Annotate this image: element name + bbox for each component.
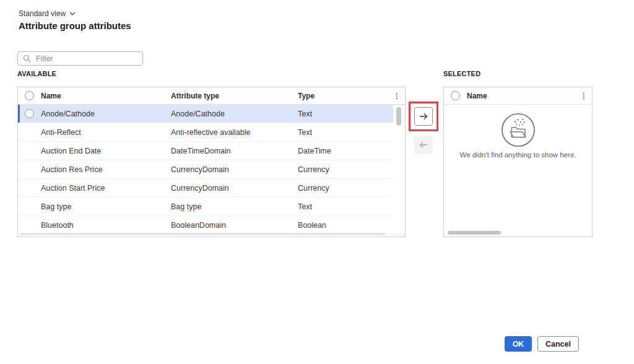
select-all-radio[interactable] <box>18 91 41 100</box>
cell-type: Text <box>298 128 405 137</box>
horizontal-scrollbar-thumb[interactable] <box>448 231 501 235</box>
radio-icon <box>451 91 460 100</box>
left-arrow-icon <box>419 140 428 150</box>
selected-label: SELECTED <box>443 70 480 77</box>
vertical-scrollbar-thumb[interactable] <box>396 107 401 126</box>
move-left-button[interactable] <box>414 136 433 154</box>
column-header-attribute-type[interactable]: Attribute type <box>171 92 298 100</box>
ok-button[interactable]: OK <box>505 336 532 352</box>
view-selector[interactable]: Standard view <box>19 9 76 18</box>
column-header-type[interactable]: Type <box>298 92 389 100</box>
column-header-name[interactable]: Name <box>41 92 171 100</box>
cell-name: Bluetooth <box>41 221 171 230</box>
cell-type: Currency <box>298 184 405 193</box>
horizontal-scrollbar-thumb[interactable] <box>20 233 385 235</box>
available-table: Name Attribute type Type ⋮ Anode/Cathode… <box>17 87 406 237</box>
more-options-icon[interactable]: ⋮ <box>576 92 592 100</box>
available-label: AVAILABLE <box>17 70 56 77</box>
cell-name: Auction Start Price <box>41 184 171 193</box>
table-row[interactable]: Bluetooth BooleanDomain Boolean <box>18 216 405 235</box>
view-selector-label: Standard view <box>19 9 66 18</box>
cell-attribute-type: CurrencyDomain <box>171 184 298 193</box>
available-table-header: Name Attribute type Type ⋮ <box>18 87 405 105</box>
cell-name: Bag type <box>41 202 171 211</box>
table-row[interactable]: Auction Res Price CurrencyDomain Currenc… <box>18 160 405 179</box>
cell-type: Text <box>298 110 405 118</box>
table-row[interactable]: Auction Start Price CurrencyDomain Curre… <box>18 179 405 197</box>
cell-attribute-type: CurrencyDomain <box>171 165 298 174</box>
table-row[interactable]: Auction End Date DateTimeDomain DateTime <box>18 142 405 160</box>
table-row[interactable]: Bag type Bag type Text <box>18 197 405 216</box>
cell-type: Text <box>298 202 405 211</box>
empty-state-message: We didn't find anything to show here. <box>459 151 576 158</box>
table-row[interactable]: Anti-Reflect Anti-reflective available T… <box>18 123 405 142</box>
empty-state: We didn't find anything to show here. <box>444 105 592 158</box>
radio-icon <box>25 91 34 100</box>
cell-name: Anti-Reflect <box>41 128 171 137</box>
cell-attribute-type: Anode/Cathode <box>171 110 298 118</box>
right-arrow-icon <box>419 111 428 121</box>
cancel-button[interactable]: Cancel <box>537 336 579 352</box>
vertical-scrollbar[interactable] <box>393 105 405 232</box>
radio-icon <box>25 109 34 118</box>
cell-attribute-type: DateTimeDomain <box>171 147 298 155</box>
cell-attribute-type: Bag type <box>171 202 298 211</box>
cell-attribute-type: BooleanDomain <box>171 221 298 230</box>
filter-input[interactable] <box>35 54 137 64</box>
filter-box[interactable] <box>17 51 143 66</box>
selected-table-header: Name ⋮ <box>444 87 592 105</box>
cell-name: Anode/Cathode <box>41 110 171 118</box>
table-row[interactable]: Anode/Cathode Anode/Cathode Text <box>18 105 405 123</box>
select-all-radio[interactable] <box>444 91 467 100</box>
more-options-icon[interactable]: ⋮ <box>389 92 405 100</box>
selected-table: Name ⋮ We didn't find anything to show h… <box>443 87 593 237</box>
cell-type: Boolean <box>298 221 405 230</box>
cell-type: DateTime <box>298 147 405 155</box>
move-right-button[interactable] <box>414 107 433 126</box>
page-title: Attribute group attributes <box>19 20 131 31</box>
empty-folder-confetti-icon <box>500 112 536 148</box>
cell-attribute-type: Anti-reflective available <box>171 128 298 137</box>
cell-name: Auction Res Price <box>41 165 171 174</box>
chevron-down-icon <box>69 12 76 15</box>
cell-type: Currency <box>298 165 405 174</box>
row-radio[interactable] <box>18 109 41 118</box>
column-header-name[interactable]: Name <box>467 92 576 100</box>
search-icon <box>23 54 31 63</box>
cell-name: Auction End Date <box>41 147 171 155</box>
